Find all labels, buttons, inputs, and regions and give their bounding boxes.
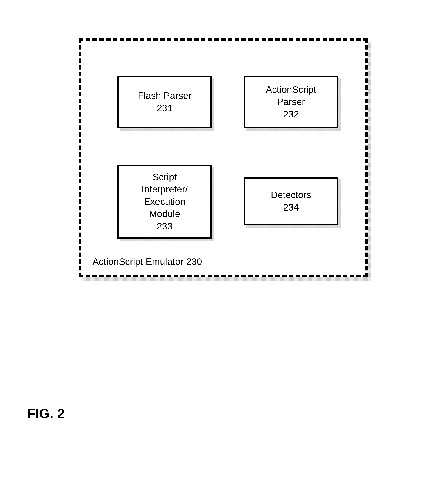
script-interpreter-number: 233 [157,220,173,233]
script-interpreter-box: Script Interpreter/ Execution Module 233 [117,164,212,239]
actionscript-emulator-container: Flash Parser 231 ActionScript Parser 232… [79,38,368,277]
flash-parser-box: Flash Parser 231 [117,76,212,128]
actionscript-parser-number: 232 [283,108,299,121]
figure-label: FIG. 2 [27,406,65,421]
actionscript-parser-title-2: Parser [277,96,305,108]
script-interpreter-line-3: Execution [144,196,185,208]
script-interpreter-line-2: Interpreter/ [141,183,188,196]
detectors-number: 234 [283,201,299,214]
script-interpreter-line-1: Script [152,171,177,183]
actionscript-parser-title-1: ActionScript [266,84,316,96]
detectors-title: Detectors [271,189,311,201]
detectors-box: Detectors 234 [244,177,338,225]
container-label: ActionScript Emulator 230 [92,256,202,267]
actionscript-parser-box: ActionScript Parser 232 [244,76,338,128]
script-interpreter-line-4: Module [149,208,180,220]
flash-parser-number: 231 [157,102,173,114]
flash-parser-title: Flash Parser [138,90,191,102]
diagram-wrapper: Flash Parser 231 ActionScript Parser 232… [79,38,368,277]
